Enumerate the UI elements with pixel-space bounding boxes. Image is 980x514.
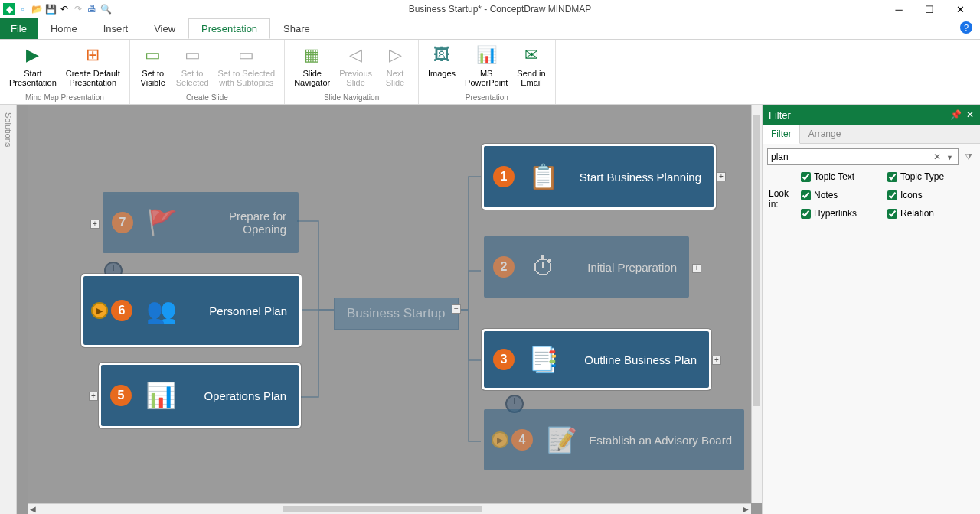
filter-panel: Filter 📌 ✕ Filter Arrange plan ✕ ▼ ⧩ Loo… bbox=[762, 105, 980, 514]
set-to-selected: ▭Set toSelected bbox=[172, 41, 214, 92]
next-slide-icon: ▷ bbox=[383, 43, 407, 67]
main-area: Solutions Business Startup − bbox=[0, 105, 980, 514]
start-presentation-icon: ▶ bbox=[21, 43, 45, 67]
close-panel-icon[interactable]: ✕ bbox=[966, 109, 974, 120]
qat-save-icon[interactable]: 💾 bbox=[44, 3, 57, 15]
menu-insert[interactable]: Insert bbox=[90, 18, 142, 39]
images-label: Images bbox=[428, 69, 456, 78]
send-in-email[interactable]: ✉Send inEmail bbox=[512, 41, 550, 92]
node-initial-expand[interactable]: + bbox=[692, 264, 701, 273]
menu-home[interactable]: Home bbox=[38, 18, 90, 39]
funnel-icon[interactable]: ⧩ bbox=[962, 150, 975, 164]
node-operations-plan[interactable]: 5 📊 Operations Plan bbox=[101, 365, 299, 426]
node-prepare-opening[interactable]: 7 🚩 Prepare for Opening bbox=[103, 192, 299, 253]
scroll-right-icon[interactable]: ▶ bbox=[740, 505, 751, 513]
ms-powerpoint-label: MSPowerPoint bbox=[465, 69, 508, 87]
node-initial-prep[interactable]: 2 ⏱ Initial Preparation bbox=[484, 236, 689, 298]
previous-slide-icon: ◁ bbox=[344, 43, 368, 67]
scroll-left-icon[interactable]: ◀ bbox=[28, 505, 38, 513]
scrollbar-horizontal[interactable]: ◀ ▶ bbox=[28, 503, 751, 514]
start-presentation[interactable]: ▶StartPresentation bbox=[5, 41, 61, 92]
images[interactable]: 🖼Images bbox=[423, 41, 460, 92]
clock-icon: ⏱ bbox=[521, 248, 567, 286]
node-number-icon: 5 bbox=[110, 385, 132, 406]
node-prepare-expand[interactable]: + bbox=[90, 220, 100, 229]
document-icon: 📑 bbox=[521, 340, 567, 379]
tab-arrange[interactable]: Arrange bbox=[800, 125, 850, 143]
filter-panel-header: Filter 📌 ✕ bbox=[763, 105, 980, 125]
clear-search-icon[interactable]: ✕ bbox=[932, 151, 942, 162]
slide-navigator-label: SlideNavigator bbox=[294, 69, 330, 87]
qat-preview-icon[interactable]: 🔍 bbox=[100, 3, 112, 15]
check-relation[interactable]: Relation bbox=[887, 208, 974, 219]
node-label: Initial Preparation bbox=[567, 261, 689, 274]
node-outline-expand[interactable]: + bbox=[712, 356, 721, 365]
window-controls: ─ ☐ ✕ bbox=[888, 2, 977, 17]
center-collapse-right[interactable]: − bbox=[452, 304, 461, 314]
node-operations-expand[interactable]: + bbox=[89, 392, 98, 401]
pin-icon[interactable]: 📌 bbox=[950, 109, 962, 120]
filter-search-input[interactable]: plan ✕ ▼ bbox=[767, 148, 959, 165]
help-icon[interactable]: ? bbox=[960, 21, 972, 34]
qat-new-icon[interactable]: ▫ bbox=[17, 3, 29, 15]
ribbon-group-label: Create Slide bbox=[186, 92, 228, 104]
qat-print-icon[interactable]: 🖶 bbox=[86, 3, 98, 15]
menu-file[interactable]: File bbox=[0, 18, 38, 39]
tab-filter[interactable]: Filter bbox=[763, 125, 800, 144]
node-outline-plan[interactable]: 3 📑 Outline Business Plan bbox=[484, 331, 709, 388]
menu-share[interactable]: Share bbox=[270, 18, 323, 39]
play-badge-icon: ▶ bbox=[492, 431, 508, 448]
minimize-button[interactable]: ─ bbox=[888, 2, 910, 17]
node-label: Outline Business Plan bbox=[567, 353, 709, 366]
lookin-label: Look in: bbox=[769, 188, 801, 210]
menu-view[interactable]: View bbox=[141, 18, 188, 39]
previous-slide-label: PreviousSlide bbox=[339, 69, 372, 87]
create-default-presentation-icon: ⊞ bbox=[80, 43, 105, 67]
menu-presentation[interactable]: Presentation bbox=[188, 18, 270, 39]
node-number-icon: 6 bbox=[111, 300, 132, 321]
check-hyperlinks[interactable]: Hyperlinks bbox=[801, 208, 887, 219]
node-label: Prepare for Opening bbox=[185, 210, 299, 236]
node-number-icon: 2 bbox=[493, 256, 514, 278]
slide-navigator[interactable]: ▦SlideNavigator bbox=[289, 41, 335, 92]
check-icons[interactable]: Icons bbox=[887, 190, 974, 200]
send-in-email-label: Send inEmail bbox=[517, 69, 545, 87]
ms-powerpoint[interactable]: 📊MSPowerPoint bbox=[460, 41, 512, 92]
filter-search-value: plan bbox=[771, 151, 789, 162]
node-start-planning[interactable]: 1 📋 Start Business Planning bbox=[484, 146, 714, 207]
node-label: Personnel Plan bbox=[185, 304, 299, 317]
qat-open-icon[interactable]: 📂 bbox=[31, 3, 43, 15]
ribbon-group-label: Presentation bbox=[466, 92, 508, 104]
app-icon[interactable]: ◆ bbox=[3, 3, 15, 15]
check-topic-type[interactable]: Topic Type bbox=[887, 171, 974, 182]
node-label: Operations Plan bbox=[184, 389, 299, 402]
check-topic-text[interactable]: Topic Text bbox=[801, 171, 887, 182]
node-personnel-plan[interactable]: ▶ 6 👥 Personnel Plan bbox=[83, 276, 299, 345]
node-number-icon: 1 bbox=[493, 166, 514, 187]
qat-redo-icon[interactable]: ↷ bbox=[72, 3, 84, 15]
close-button[interactable]: ✕ bbox=[949, 2, 971, 17]
create-default-presentation[interactable]: ⊞Create DefaultPresentation bbox=[61, 41, 125, 92]
next-slide: ▷NextSlide bbox=[377, 41, 413, 92]
solutions-tab[interactable]: Solutions bbox=[0, 105, 17, 514]
node-advisory-board[interactable]: ▶ 4 📝 Establish an Advisory Board bbox=[484, 409, 744, 470]
previous-slide: ◁PreviousSlide bbox=[335, 41, 377, 92]
send-in-email-icon: ✉ bbox=[519, 43, 544, 67]
quick-access-toolbar: ◆ ▫ 📂 💾 ↶ ↷ 🖶 🔍 bbox=[3, 3, 112, 15]
search-dropdown-icon[interactable]: ▼ bbox=[945, 154, 955, 161]
scrollbar-vertical[interactable] bbox=[751, 105, 762, 503]
mindmap-canvas[interactable]: Business Startup − 7 🚩 Prepare for Openi… bbox=[28, 105, 751, 503]
center-node[interactable]: Business Startup bbox=[334, 298, 459, 330]
create-default-presentation-label: Create DefaultPresentation bbox=[66, 69, 120, 87]
set-to-visible-label: Set toVisible bbox=[141, 69, 165, 87]
check-notes[interactable]: Notes bbox=[801, 190, 887, 200]
qat-undo-icon[interactable]: ↶ bbox=[58, 3, 70, 15]
node-start-expand[interactable]: + bbox=[717, 172, 726, 181]
ms-powerpoint-icon: 📊 bbox=[474, 43, 498, 67]
titlebar: ◆ ▫ 📂 💾 ↶ ↷ 🖶 🔍 Business Startup* - Conc… bbox=[0, 0, 980, 18]
menubar: File Home Insert View Presentation Share… bbox=[0, 18, 980, 40]
set-to-visible[interactable]: ▭Set toVisible bbox=[135, 41, 172, 92]
filter-search-row: plan ✕ ▼ ⧩ bbox=[763, 144, 980, 170]
ribbon-group-label: Slide Navigation bbox=[324, 92, 379, 104]
maximize-button[interactable]: ☐ bbox=[919, 2, 940, 17]
